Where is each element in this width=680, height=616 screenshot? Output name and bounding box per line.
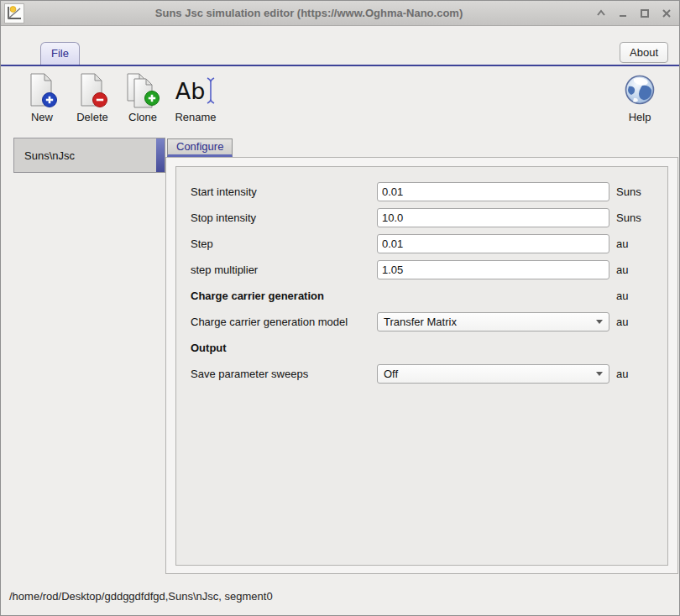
help-button-label: Help <box>629 111 651 123</box>
maximize-icon <box>639 8 651 19</box>
sidebar-item-label: Suns\nJsc <box>14 149 75 162</box>
save-sweeps-select[interactable]: Off <box>377 364 609 384</box>
sidebar-item-suns-njsc[interactable]: Suns\nJsc <box>13 138 165 173</box>
content-area: Suns\nJsc Configure Start intensity Suns… <box>1 133 679 577</box>
new-button-label: New <box>31 111 53 123</box>
configure-tab-page: Start intensity Suns Stop intensity Suns… <box>165 157 678 574</box>
window-controls <box>594 6 674 21</box>
field-label: step multiplier <box>191 264 377 276</box>
delete-button-label: Delete <box>76 111 108 123</box>
field-label: Save parameter sweeps <box>191 368 377 380</box>
unit-label: au <box>616 368 667 380</box>
chevron-down-icon <box>596 320 603 324</box>
form-row-step: Step au <box>191 231 667 257</box>
unit-label: au <box>616 238 667 250</box>
main-panel: Configure Start intensity Suns Stop inte… <box>165 133 679 577</box>
form-row-generation-heading: Charge carrier generation au <box>191 283 667 309</box>
about-button[interactable]: About <box>620 42 668 63</box>
chevron-up-icon <box>595 8 607 19</box>
selected-value: Transfer Matrix <box>384 316 591 328</box>
window-title: Suns Jsc simulation editor (https://www.… <box>24 7 594 19</box>
shade-window-button[interactable] <box>594 6 609 21</box>
app-window: Suns Jsc simulation editor (https://www.… <box>0 0 680 616</box>
form-row-stop-intensity: Stop intensity Suns <box>191 205 667 231</box>
document-clone-icon <box>124 72 161 109</box>
rename-button-label: Rename <box>175 111 216 123</box>
simulation-list-sidebar: Suns\nJsc <box>1 133 165 577</box>
field-label: Stop intensity <box>191 211 377 224</box>
step-multiplier-input[interactable] <box>377 260 609 279</box>
close-window-button[interactable] <box>659 6 674 21</box>
clone-button[interactable]: Clone <box>118 71 167 123</box>
close-icon <box>661 8 672 19</box>
form-row-output-heading: Output <box>191 335 667 361</box>
unit-label: au <box>616 290 667 302</box>
new-button[interactable]: New <box>18 71 66 123</box>
field-label: Charge carrier generation model <box>191 316 377 328</box>
rename-text-cursor-icon: Ab <box>175 76 217 106</box>
field-label: Step <box>191 238 377 250</box>
toolbar: New Delete <box>1 66 679 133</box>
titlebar: Suns Jsc simulation editor (https://www.… <box>1 1 679 26</box>
field-label: Start intensity <box>191 185 377 198</box>
unit-label: Suns <box>616 185 667 198</box>
tab-file[interactable]: File <box>40 42 80 65</box>
form-row-generation-model: Charge carrier generation model Transfer… <box>191 309 667 335</box>
document-new-icon <box>24 72 60 109</box>
form-row-start-intensity: Start intensity Suns <box>191 179 667 205</box>
document-delete-icon <box>75 72 110 109</box>
menu-tabbar: File About <box>1 26 679 66</box>
maximize-window-button[interactable] <box>637 6 652 21</box>
configure-form-panel: Start intensity Suns Stop intensity Suns… <box>175 166 668 566</box>
rename-button[interactable]: Ab Rename <box>169 71 222 123</box>
unit-label: au <box>616 264 667 276</box>
minimize-window-button[interactable] <box>615 6 630 21</box>
selected-indicator <box>156 138 165 172</box>
help-button[interactable]: Help <box>615 71 664 123</box>
stop-intensity-input[interactable] <box>377 208 609 227</box>
statusbar: /home/rod/Desktop/gddggdfdfgd,Suns\nJsc,… <box>1 577 679 615</box>
status-path-text: /home/rod/Desktop/gddggdfdfgd,Suns\nJsc,… <box>9 590 273 603</box>
section-heading: Output <box>191 342 377 354</box>
unit-label: au <box>616 316 667 328</box>
form-row-save-sweeps: Save parameter sweeps Off au <box>191 361 667 387</box>
delete-button[interactable]: Delete <box>68 71 117 123</box>
selected-value: Off <box>384 368 591 380</box>
minimize-icon <box>617 8 629 19</box>
step-input[interactable] <box>377 234 609 253</box>
clone-button-label: Clone <box>128 111 157 123</box>
app-logo-icon <box>4 3 24 23</box>
section-heading: Charge carrier generation <box>191 290 377 302</box>
unit-label: Suns <box>616 211 667 224</box>
chevron-down-icon <box>596 372 603 376</box>
globe-icon <box>622 73 657 108</box>
generation-model-select[interactable]: Transfer Matrix <box>377 312 609 331</box>
start-intensity-input[interactable] <box>377 182 609 201</box>
form-row-step-multiplier: step multiplier au <box>191 257 667 283</box>
tab-configure[interactable]: Configure <box>167 138 233 157</box>
config-form: Start intensity Suns Stop intensity Suns… <box>191 179 667 387</box>
